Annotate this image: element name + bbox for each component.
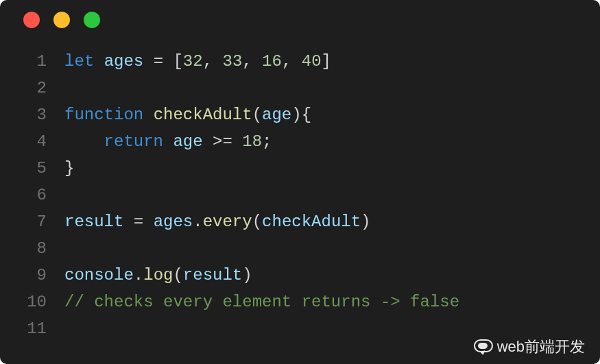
token-plain [252,52,262,71]
line-number: 11 [0,315,64,342]
token-op: = [154,52,163,71]
token-plain [143,213,153,231]
code-line[interactable]: 4 return age >= 18; [0,128,600,155]
watermark-label: web前端开发 [497,339,585,354]
code-line[interactable]: 8 [0,235,600,262]
line-content[interactable]: function checkAdult(age){ [64,101,600,128]
token-obj: ages [154,213,193,231]
token-paren: ) [291,106,301,124]
token-var: ages [104,52,144,71]
token-plain [163,132,173,151]
line-number: 7 [0,208,64,235]
code-line[interactable]: 1let ages = [32, 33, 16, 40] [0,48,600,75]
token-op: . [134,266,143,284]
code-line[interactable]: 5} [0,155,600,182]
line-content[interactable]: return age >= 18; [64,128,600,155]
token-paren: ( [252,213,262,231]
minimize-icon[interactable] [53,12,70,28]
token-fn: checkAdult [154,106,252,124]
token-plain [123,213,133,231]
token-plain [143,106,153,124]
line-content[interactable]: // checks every element returns -> false [64,289,600,315]
token-plain [64,132,104,151]
token-paren: { [302,106,311,124]
token-plain [232,132,242,151]
token-var: age [262,106,291,124]
token-var: checkAdult [262,213,361,231]
token-paren: ( [173,266,182,284]
line-content[interactable]: result = ages.every(checkAdult) [64,208,600,235]
token-fn: every [203,213,252,231]
token-op: ; [262,132,272,151]
line-number: 8 [0,235,64,262]
token-paren: ) [242,266,252,284]
token-var: result [64,213,123,231]
token-plain [213,52,222,71]
token-plain [291,52,301,71]
line-content[interactable]: console.log(result) [64,262,600,289]
token-paren: ( [252,106,262,124]
token-op: . [193,213,202,231]
token-num: 33 [222,52,242,71]
token-var: age [173,132,202,151]
token-num: 40 [302,52,322,71]
token-paren: } [64,159,74,178]
close-icon[interactable] [23,12,40,28]
token-fn: log [143,266,173,284]
token-kw: function [64,106,143,124]
line-number: 6 [0,182,64,208]
token-plain [143,52,153,71]
line-number: 9 [0,262,64,289]
code-line[interactable]: 2 [0,75,600,101]
code-line[interactable]: 9console.log(result) [0,262,600,289]
token-num: 32 [183,52,203,71]
editor-window: 1let ages = [32, 33, 16, 40]23function c… [0,0,600,364]
code-line[interactable]: 10// checks every element returns -> fal… [0,289,600,315]
line-number: 1 [0,48,64,75]
line-number: 5 [0,155,64,182]
token-obj: console [64,266,134,284]
token-op: ] [322,52,331,71]
code-area[interactable]: 1let ages = [32, 33, 16, 40]23function c… [0,40,600,342]
token-op: , [242,52,252,71]
line-number: 4 [0,128,64,155]
token-op: = [134,213,143,231]
token-kw: return [104,132,163,151]
line-content[interactable]: } [64,155,600,182]
window-titlebar [0,0,600,40]
token-op: [ [173,52,182,71]
code-line[interactable]: 6 [0,182,600,208]
zoom-icon[interactable] [84,12,100,28]
watermark: web前端开发 [474,339,585,354]
code-line[interactable]: 7result = ages.every(checkAdult) [0,208,600,235]
line-number: 2 [0,75,64,101]
token-num: 18 [242,132,262,151]
token-op: , [203,52,213,71]
token-paren: ) [361,213,370,231]
token-kw: let [64,52,94,71]
token-plain [94,52,104,71]
line-number: 3 [0,101,64,128]
token-op: >= [213,132,232,151]
token-plain [203,132,213,151]
wechat-icon [474,339,493,354]
line-number: 10 [0,289,64,315]
token-cmt: // checks every element returns -> false [64,293,459,311]
line-content[interactable]: let ages = [32, 33, 16, 40] [64,48,600,75]
token-op: , [282,52,291,71]
token-num: 16 [262,52,282,71]
token-var: result [183,266,242,284]
code-line[interactable]: 3function checkAdult(age){ [0,101,600,128]
token-plain [163,52,173,71]
